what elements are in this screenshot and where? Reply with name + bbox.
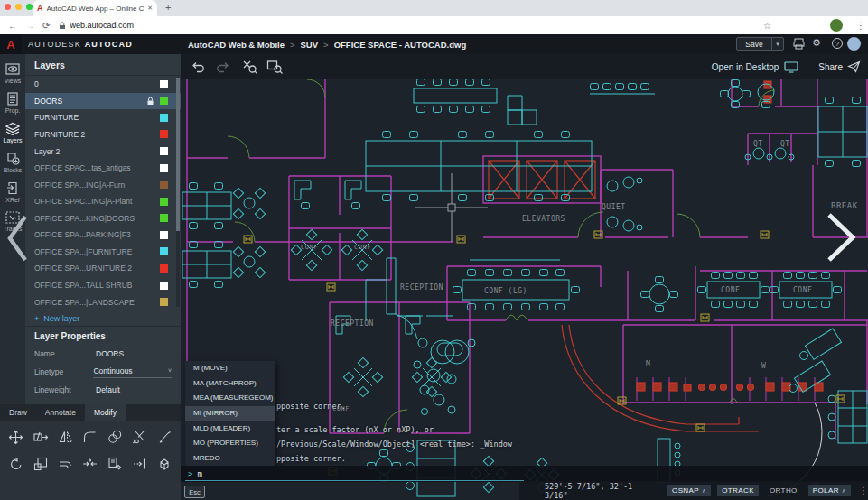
tab-close-icon[interactable]: ✕ xyxy=(147,5,153,12)
move-tool-icon[interactable] xyxy=(4,426,28,448)
property-value[interactable]: DOORS xyxy=(96,349,124,358)
save-caret-icon[interactable]: ▾ xyxy=(772,41,783,48)
layer-row[interactable]: Layer 2 xyxy=(25,143,181,160)
command-input-bar[interactable]: > m xyxy=(181,466,868,482)
new-layer-button[interactable]: + New layer xyxy=(25,310,181,327)
offset-tool-icon[interactable] xyxy=(53,453,78,475)
open-in-desktop-button[interactable]: Open in Desktop xyxy=(712,61,799,73)
command-suggestion[interactable]: MI (MIRROR) xyxy=(185,406,275,421)
collapse-panel-chevron[interactable] xyxy=(5,213,29,264)
ribbon-tab[interactable]: Annotate xyxy=(36,404,85,421)
join-tool-icon[interactable] xyxy=(78,453,102,475)
mirror-tool-icon[interactable] xyxy=(53,426,78,448)
explode-tool-icon[interactable] xyxy=(153,453,177,475)
bookmark-star-icon[interactable]: ☆ xyxy=(763,21,771,31)
zoom-window-icon[interactable] xyxy=(266,60,284,74)
match-properties-tool-icon[interactable] xyxy=(103,453,127,475)
chamfer-tool-icon[interactable] xyxy=(153,426,177,448)
layer-color-swatch[interactable] xyxy=(160,264,168,273)
layer-row[interactable]: OFFICE SPA...KING|DOORS xyxy=(25,210,181,227)
linetype-select[interactable]: Continuous ˅ xyxy=(93,366,172,378)
layer-color-swatch[interactable] xyxy=(160,164,168,172)
help-icon[interactable]: ? xyxy=(832,38,843,49)
command-suggestion[interactable]: MO (PROPERTIES) xyxy=(185,436,275,451)
minimize-window-icon[interactable] xyxy=(15,4,22,10)
fillet-tool-icon[interactable] xyxy=(78,426,102,448)
sidebar-item-blocks[interactable]: Blocks xyxy=(4,152,23,173)
lock-icon[interactable] xyxy=(146,97,154,106)
layer-row[interactable]: OFFICE SPAC...ING|A-Plant xyxy=(25,193,181,210)
rotate-tool-icon[interactable] xyxy=(4,453,28,475)
drawing-area[interactable]: Open in Desktop Share xyxy=(181,54,868,500)
print-icon[interactable] xyxy=(793,38,805,50)
undo-icon[interactable] xyxy=(191,60,207,73)
layer-color-swatch[interactable] xyxy=(160,181,168,189)
zoom-selection-icon[interactable] xyxy=(242,60,258,74)
layer-color-swatch[interactable] xyxy=(160,298,168,306)
status-toggle[interactable]: OTRACK xyxy=(717,485,759,496)
layer-color-swatch[interactable] xyxy=(160,198,168,206)
layer-row[interactable]: OFFICE SPA...ING|A-Furn xyxy=(25,176,181,193)
status-toggle[interactable]: OSNAP ∧ xyxy=(667,485,711,496)
escape-button[interactable]: Esc xyxy=(184,486,205,498)
command-suggestion[interactable]: MEA (MEASUREGEOM) xyxy=(185,391,275,406)
maximize-window-icon[interactable] xyxy=(26,4,33,10)
browser-profile-avatar[interactable] xyxy=(830,19,843,32)
layer-color-swatch[interactable] xyxy=(160,247,168,255)
layer-color-swatch[interactable] xyxy=(160,214,168,222)
layer-color-swatch[interactable] xyxy=(160,130,168,138)
property-value[interactable]: Default xyxy=(96,385,120,394)
command-input-value[interactable]: m xyxy=(197,469,201,478)
status-toggle[interactable]: POLAR ∧ xyxy=(808,485,851,496)
command-suggestion[interactable]: MA (MATCHPROP) xyxy=(185,376,275,392)
share-button[interactable]: Share xyxy=(818,60,861,73)
layer-row[interactable]: OFFICE SPA...|FURNITURE xyxy=(25,244,181,261)
save-button[interactable]: Save ▾ xyxy=(736,37,784,51)
layer-row[interactable]: 0 xyxy=(25,76,181,93)
forward-icon[interactable]: → xyxy=(25,21,34,31)
sidebar-item-views[interactable]: Views xyxy=(5,63,22,84)
layer-color-swatch[interactable] xyxy=(160,114,168,122)
layer-color-swatch[interactable] xyxy=(160,231,168,239)
layer-color-swatch[interactable] xyxy=(160,97,168,105)
breadcrumb-folder[interactable]: SUV xyxy=(301,40,319,50)
back-icon[interactable]: ← xyxy=(8,21,17,31)
extend-tool-icon[interactable] xyxy=(127,453,152,475)
browser-tab[interactable]: A AutoCAD Web App – Online CA ✕ xyxy=(33,0,157,16)
layer-row[interactable]: OFFICE SPA...|LANDSCAPE xyxy=(25,293,181,310)
chevron-up-icon[interactable]: ∧ xyxy=(702,487,706,495)
layer-color-swatch[interactable] xyxy=(160,282,168,290)
ribbon-tab[interactable]: Draw xyxy=(0,404,36,421)
close-window-icon[interactable] xyxy=(5,4,11,10)
chevron-up-icon[interactable]: ∧ xyxy=(842,487,846,495)
address-field[interactable]: web.autocad.com xyxy=(59,21,134,30)
command-suggestion[interactable]: MLD (MLEADER) xyxy=(185,421,275,437)
trim-tool-icon[interactable] xyxy=(127,426,152,448)
layer-row[interactable]: FURNITURE xyxy=(25,109,181,126)
breadcrumb-root[interactable]: AutoCAD Web & Mobile xyxy=(188,40,285,50)
layer-color-swatch[interactable] xyxy=(160,147,168,155)
status-toggle[interactable]: ORTHO xyxy=(765,485,802,496)
layer-row[interactable]: OFFICE SPA...URNITURE 2 xyxy=(25,260,181,277)
command-suggestion[interactable]: MREDO xyxy=(185,451,275,467)
layer-row[interactable]: DOORS xyxy=(25,93,181,110)
command-suggestion[interactable]: M (MOVE) xyxy=(185,361,275,376)
redo-icon[interactable] xyxy=(214,60,229,73)
copy-tool-icon[interactable] xyxy=(103,426,127,448)
user-avatar[interactable] xyxy=(847,37,861,51)
sidebar-item-xref[interactable]: XRef xyxy=(5,181,20,203)
layer-row[interactable]: OFFICE SPAC...tas_antigas xyxy=(25,160,181,177)
layer-row[interactable]: OFFICE SPA...PARKING|F3 xyxy=(25,227,181,244)
layer-row[interactable]: FURNITURE 2 xyxy=(25,126,181,144)
layer-row[interactable]: OFFICE SPA...TALL SHRUB xyxy=(25,277,181,294)
sidebar-item-layers[interactable]: Layers xyxy=(3,122,22,144)
browser-menu-icon[interactable]: ⋮ xyxy=(856,21,865,31)
sidebar-item-properties[interactable]: Prop. xyxy=(5,92,21,114)
new-tab-button[interactable]: + xyxy=(165,2,171,13)
pan-right-chevron[interactable] xyxy=(824,211,860,264)
autodesk-logo[interactable]: A xyxy=(0,34,22,54)
ribbon-tab[interactable]: Modify xyxy=(85,404,126,421)
layer-color-swatch[interactable] xyxy=(160,80,168,88)
settings-gear-icon[interactable]: ⚙ xyxy=(812,37,821,49)
scale-tool-icon[interactable] xyxy=(28,453,52,475)
